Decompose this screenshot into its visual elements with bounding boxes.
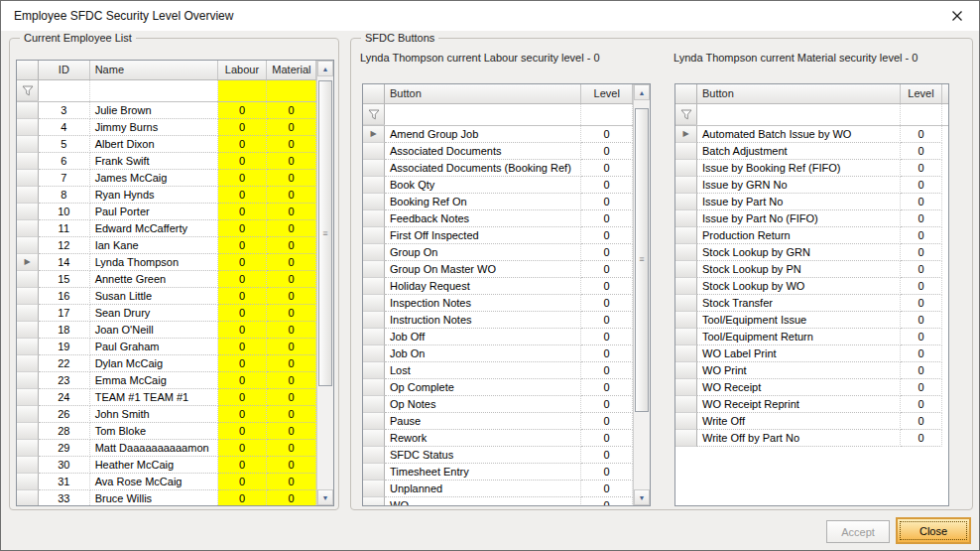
vertical-scrollbar[interactable]: ▲≡▼ bbox=[316, 61, 333, 505]
filter-cell-button[interactable] bbox=[385, 104, 581, 125]
table-row[interactable]: Stock Lookup by WO0 bbox=[675, 278, 948, 295]
table-row[interactable]: ▶Amend Group Job0 bbox=[363, 126, 633, 143]
row-indicator[interactable] bbox=[363, 278, 385, 295]
table-row[interactable]: Job Off0 bbox=[363, 329, 633, 345]
table-row[interactable]: 33Bruce Willis00 bbox=[17, 490, 316, 505]
row-indicator[interactable] bbox=[675, 261, 697, 278]
table-row[interactable]: 3Julie Brown00 bbox=[17, 102, 316, 119]
row-indicator[interactable] bbox=[17, 271, 39, 288]
table-row[interactable]: 30Heather McCaig00 bbox=[17, 457, 316, 474]
row-indicator[interactable] bbox=[17, 102, 39, 119]
table-row[interactable]: Unplanned0 bbox=[363, 481, 633, 497]
column-header-button[interactable]: Button bbox=[697, 84, 901, 103]
table-row[interactable]: Rework0 bbox=[363, 430, 633, 447]
row-indicator[interactable] bbox=[675, 278, 697, 295]
row-indicator[interactable] bbox=[675, 362, 697, 379]
window-close-button[interactable] bbox=[934, 1, 979, 31]
row-indicator[interactable] bbox=[675, 194, 697, 210]
row-indicator[interactable] bbox=[363, 481, 385, 497]
filter-cell-id[interactable] bbox=[39, 80, 90, 101]
table-row[interactable]: 11Edward McCafferty00 bbox=[17, 220, 316, 237]
row-indicator[interactable] bbox=[675, 227, 697, 244]
row-indicator[interactable] bbox=[675, 210, 697, 227]
row-indicator[interactable] bbox=[363, 329, 385, 345]
table-row[interactable]: Write Off0 bbox=[675, 413, 948, 430]
row-indicator[interactable] bbox=[17, 288, 39, 305]
table-row[interactable]: Associated Documents (Booking Ref)0 bbox=[363, 160, 633, 177]
row-indicator[interactable] bbox=[17, 305, 39, 322]
table-row[interactable]: Inspection Notes0 bbox=[363, 295, 633, 312]
row-indicator[interactable] bbox=[363, 210, 385, 227]
row-indicator[interactable] bbox=[363, 362, 385, 379]
row-indicator[interactable] bbox=[363, 464, 385, 481]
row-indicator[interactable] bbox=[17, 355, 39, 372]
current-row-indicator[interactable]: ▶ bbox=[675, 126, 697, 143]
table-row[interactable]: 4Jimmy Burns00 bbox=[17, 119, 316, 136]
row-indicator[interactable] bbox=[17, 474, 39, 490]
scroll-up-button[interactable]: ▲ bbox=[634, 84, 650, 100]
row-indicator[interactable] bbox=[17, 490, 39, 505]
row-indicator[interactable] bbox=[363, 160, 385, 177]
row-indicator[interactable] bbox=[675, 312, 697, 329]
scrollbar-thumb[interactable]: ≡ bbox=[635, 108, 649, 412]
table-row[interactable]: Stock Lookup by GRN0 bbox=[675, 244, 948, 261]
table-row[interactable]: Instruction Notes0 bbox=[363, 312, 633, 329]
scroll-down-button[interactable]: ▼ bbox=[634, 489, 650, 505]
table-row[interactable]: 31Ava Rose McCaig00 bbox=[17, 474, 316, 490]
row-indicator[interactable] bbox=[675, 244, 697, 261]
column-header-name[interactable]: Name bbox=[90, 61, 218, 79]
table-row[interactable]: Job On0 bbox=[363, 345, 633, 362]
row-indicator[interactable] bbox=[17, 153, 39, 170]
filter-cell-level[interactable] bbox=[581, 104, 633, 125]
row-indicator[interactable] bbox=[17, 339, 39, 355]
table-row[interactable]: 23Emma McCaig00 bbox=[17, 372, 316, 389]
table-row[interactable]: 6Frank Swift00 bbox=[17, 153, 316, 170]
table-row[interactable]: Booking Ref On0 bbox=[363, 194, 633, 210]
table-row[interactable]: 7James McCaig00 bbox=[17, 170, 316, 187]
table-row[interactable]: Tool/Equipment Issue0 bbox=[675, 312, 948, 329]
table-row[interactable]: 16Susan Little00 bbox=[17, 288, 316, 305]
column-header-level[interactable]: Level bbox=[581, 84, 633, 103]
row-indicator[interactable] bbox=[363, 143, 385, 160]
row-indicator[interactable] bbox=[363, 396, 385, 413]
row-indicator[interactable] bbox=[363, 261, 385, 278]
table-row[interactable]: Write Off by Part No0 bbox=[675, 430, 948, 447]
row-indicator[interactable] bbox=[675, 143, 697, 160]
row-indicator[interactable] bbox=[17, 237, 39, 254]
table-row[interactable]: WO0 bbox=[363, 497, 633, 505]
row-indicator[interactable] bbox=[363, 447, 385, 464]
table-row[interactable]: Group On0 bbox=[363, 244, 633, 261]
row-indicator[interactable] bbox=[17, 406, 39, 423]
row-indicator[interactable] bbox=[363, 177, 385, 194]
row-indicator[interactable] bbox=[17, 170, 39, 187]
column-header-level[interactable]: Level bbox=[901, 84, 942, 103]
table-row[interactable]: Lost0 bbox=[363, 362, 633, 379]
row-indicator[interactable] bbox=[675, 379, 697, 396]
table-row[interactable]: 10Paul Porter00 bbox=[17, 204, 316, 220]
row-indicator[interactable] bbox=[675, 345, 697, 362]
table-row[interactable]: Production Return0 bbox=[675, 227, 948, 244]
table-row[interactable]: Op Complete0 bbox=[363, 379, 633, 396]
row-indicator[interactable] bbox=[363, 345, 385, 362]
vertical-scrollbar[interactable]: ▲≡▼ bbox=[633, 84, 650, 505]
row-indicator[interactable] bbox=[675, 295, 697, 312]
row-indicator[interactable] bbox=[363, 413, 385, 430]
table-row[interactable]: 18Joan O'Neill00 bbox=[17, 322, 316, 339]
table-row[interactable]: Stock Transfer0 bbox=[675, 295, 948, 312]
row-indicator[interactable] bbox=[17, 457, 39, 474]
scroll-up-button[interactable]: ▲ bbox=[317, 61, 333, 76]
table-row[interactable]: 26John Smith00 bbox=[17, 406, 316, 423]
table-row[interactable]: 28Tom Bloke00 bbox=[17, 423, 316, 440]
row-indicator[interactable] bbox=[17, 204, 39, 220]
table-row[interactable]: 5Albert Dixon00 bbox=[17, 136, 316, 153]
current-row-indicator[interactable]: ▶ bbox=[363, 126, 385, 143]
table-row[interactable]: Book Qty0 bbox=[363, 177, 633, 194]
row-indicator[interactable] bbox=[675, 413, 697, 430]
filter-cell-name[interactable] bbox=[90, 80, 218, 101]
row-indicator[interactable] bbox=[675, 160, 697, 177]
scrollbar-track[interactable]: ≡ bbox=[634, 100, 650, 489]
close-button[interactable]: Close bbox=[896, 517, 971, 544]
row-indicator[interactable] bbox=[17, 423, 39, 440]
table-row[interactable]: Feedback Notes0 bbox=[363, 210, 633, 227]
accept-button[interactable]: Accept bbox=[826, 520, 890, 543]
